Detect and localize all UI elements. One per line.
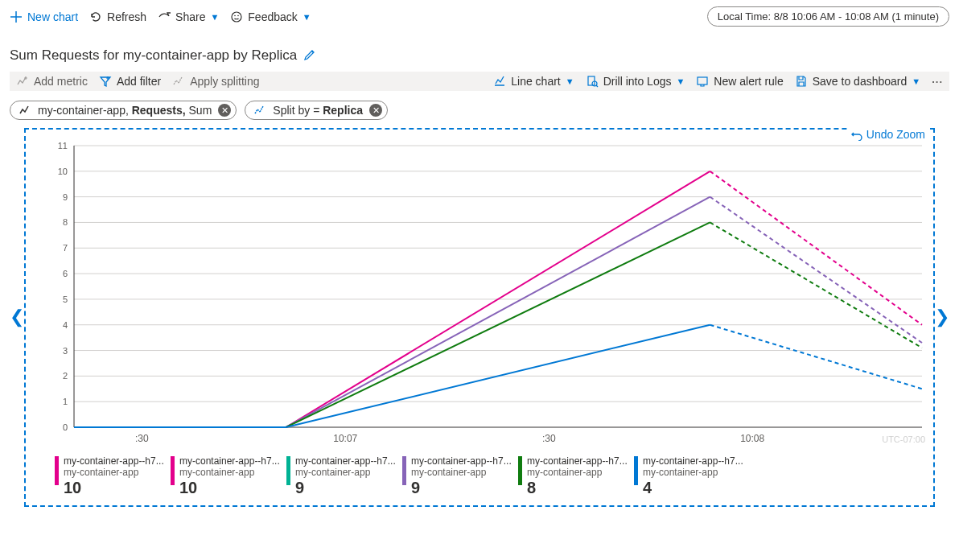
legend-item[interactable]: my-container-app--h7... my-container-app… bbox=[402, 456, 512, 497]
svg-text:6: 6 bbox=[63, 269, 68, 278]
drill-logs-button[interactable]: Drill into Logs ▼ bbox=[586, 75, 685, 88]
split-pill-text: Split by = Replica bbox=[273, 104, 363, 117]
edit-title-button[interactable] bbox=[303, 48, 316, 64]
prev-chart-button[interactable]: ❮ bbox=[10, 128, 24, 507]
new-chart-label: New chart bbox=[27, 10, 78, 23]
line-chart-plot[interactable]: 01234567891011 :3010:07:3010:08 bbox=[26, 130, 930, 451]
svg-point-1 bbox=[235, 14, 237, 16]
legend-series-name: my-container-app--h7... bbox=[527, 456, 628, 467]
svg-text:7: 7 bbox=[63, 243, 68, 253]
config-bar: Add metric Add filter Apply splitting Li… bbox=[10, 72, 949, 91]
legend: my-container-app--h7... my-container-app… bbox=[26, 451, 933, 505]
svg-text::30: :30 bbox=[135, 433, 149, 444]
legend-series-name: my-container-app--h7... bbox=[295, 456, 396, 467]
legend-series-value: 4 bbox=[643, 479, 743, 497]
svg-rect-5 bbox=[698, 77, 707, 84]
share-icon bbox=[158, 10, 171, 23]
svg-rect-3 bbox=[588, 76, 595, 85]
plus-icon bbox=[10, 10, 23, 23]
svg-text:5: 5 bbox=[63, 294, 68, 304]
undo-zoom-button[interactable]: Undo Zoom bbox=[847, 128, 928, 141]
legend-series-name: my-container-app--h7... bbox=[643, 456, 743, 467]
legend-swatch bbox=[286, 456, 290, 485]
svg-point-0 bbox=[232, 12, 241, 22]
apply-splitting-button[interactable]: Apply splitting bbox=[172, 75, 259, 88]
share-button[interactable]: Share ▼ bbox=[158, 10, 219, 23]
undo-icon bbox=[850, 128, 863, 141]
chart-type-selector[interactable]: Line chart ▼ bbox=[493, 75, 574, 88]
chevron-down-icon: ▼ bbox=[676, 76, 685, 86]
new-alert-button[interactable]: New alert rule bbox=[696, 75, 783, 88]
legend-item[interactable]: my-container-app--h7... my-container-app… bbox=[55, 456, 164, 497]
more-menu-button[interactable]: ··· bbox=[932, 76, 943, 88]
legend-series-sub: my-container-app bbox=[295, 467, 396, 479]
svg-text:2: 2 bbox=[63, 371, 68, 381]
next-chart-button[interactable]: ❯ bbox=[935, 128, 949, 507]
time-range-pill[interactable]: Local Time: 8/8 10:06 AM - 10:08 AM (1 m… bbox=[707, 6, 949, 27]
chevron-down-icon: ▼ bbox=[303, 12, 311, 22]
legend-series-sub: my-container-app bbox=[643, 467, 743, 479]
svg-text::30: :30 bbox=[542, 433, 556, 444]
undo-zoom-label: Undo Zoom bbox=[866, 128, 925, 141]
apply-splitting-label: Apply splitting bbox=[190, 75, 259, 88]
svg-text:10:07: 10:07 bbox=[333, 433, 357, 444]
metric-icon bbox=[19, 104, 31, 117]
metric-pill[interactable]: my-container-app, Requests, Sum ✕ bbox=[10, 101, 237, 120]
legend-series-name: my-container-app--h7... bbox=[64, 456, 164, 467]
feedback-button[interactable]: Feedback ▼ bbox=[230, 10, 311, 23]
legend-item[interactable]: my-container-app--h7... my-container-app… bbox=[171, 456, 280, 497]
page-title: Sum Requests for my-container-app by Rep… bbox=[10, 47, 297, 64]
chevron-down-icon: ▼ bbox=[210, 12, 219, 22]
add-filter-button[interactable]: Add filter bbox=[99, 75, 161, 88]
refresh-icon bbox=[89, 10, 102, 23]
legend-item[interactable]: my-container-app--h7... my-container-app… bbox=[518, 456, 628, 497]
svg-text:10:08: 10:08 bbox=[740, 433, 764, 444]
svg-text:9: 9 bbox=[63, 192, 68, 202]
add-metric-label: Add metric bbox=[34, 75, 88, 88]
legend-swatch bbox=[518, 456, 522, 485]
save-icon bbox=[795, 75, 808, 88]
legend-swatch bbox=[55, 456, 59, 485]
save-dashboard-button[interactable]: Save to dashboard ▼ bbox=[795, 75, 920, 88]
svg-text:0: 0 bbox=[63, 422, 68, 432]
legend-swatch bbox=[171, 456, 175, 485]
add-metric-button[interactable]: Add metric bbox=[16, 75, 88, 88]
new-chart-button[interactable]: New chart bbox=[10, 10, 78, 23]
legend-series-sub: my-container-app bbox=[179, 467, 280, 479]
remove-split-button[interactable]: ✕ bbox=[369, 104, 382, 117]
save-dashboard-label: Save to dashboard bbox=[813, 75, 908, 88]
legend-swatch bbox=[402, 456, 406, 485]
legend-series-sub: my-container-app bbox=[527, 467, 628, 479]
legend-item[interactable]: my-container-app--h7... my-container-app… bbox=[634, 456, 743, 497]
svg-text:11: 11 bbox=[58, 141, 68, 150]
drill-logs-label: Drill into Logs bbox=[603, 75, 672, 88]
metric-icon bbox=[16, 75, 29, 88]
chart-type-label: Line chart bbox=[511, 75, 560, 88]
legend-series-value: 9 bbox=[295, 479, 396, 497]
add-filter-label: Add filter bbox=[117, 75, 161, 88]
logs-icon bbox=[586, 75, 599, 88]
feedback-label: Feedback bbox=[248, 10, 297, 23]
split-icon bbox=[253, 104, 266, 117]
filter-icon bbox=[99, 75, 112, 88]
chevron-down-icon: ▼ bbox=[912, 76, 920, 86]
refresh-button[interactable]: Refresh bbox=[89, 10, 146, 23]
legend-series-name: my-container-app--h7... bbox=[179, 456, 280, 467]
share-label: Share bbox=[175, 10, 205, 23]
new-alert-label: New alert rule bbox=[714, 75, 783, 88]
legend-item[interactable]: my-container-app--h7... my-container-app… bbox=[286, 456, 396, 497]
legend-swatch bbox=[634, 456, 638, 485]
utc-label: UTC-07:00 bbox=[882, 434, 925, 444]
split-pill[interactable]: Split by = Replica ✕ bbox=[245, 101, 388, 120]
chart-frame: Undo Zoom 01234567891011 :3010:07:3010:0… bbox=[24, 128, 935, 507]
remove-metric-button[interactable]: ✕ bbox=[218, 104, 231, 117]
legend-series-sub: my-container-app bbox=[64, 467, 164, 479]
svg-text:1: 1 bbox=[63, 397, 68, 406]
svg-text:3: 3 bbox=[63, 346, 68, 356]
svg-text:10: 10 bbox=[58, 167, 68, 176]
svg-text:4: 4 bbox=[63, 320, 68, 330]
svg-point-2 bbox=[238, 14, 240, 16]
refresh-label: Refresh bbox=[107, 10, 146, 23]
metric-pill-text: my-container-app, Requests, Sum bbox=[38, 104, 212, 117]
chevron-down-icon: ▼ bbox=[566, 76, 574, 86]
